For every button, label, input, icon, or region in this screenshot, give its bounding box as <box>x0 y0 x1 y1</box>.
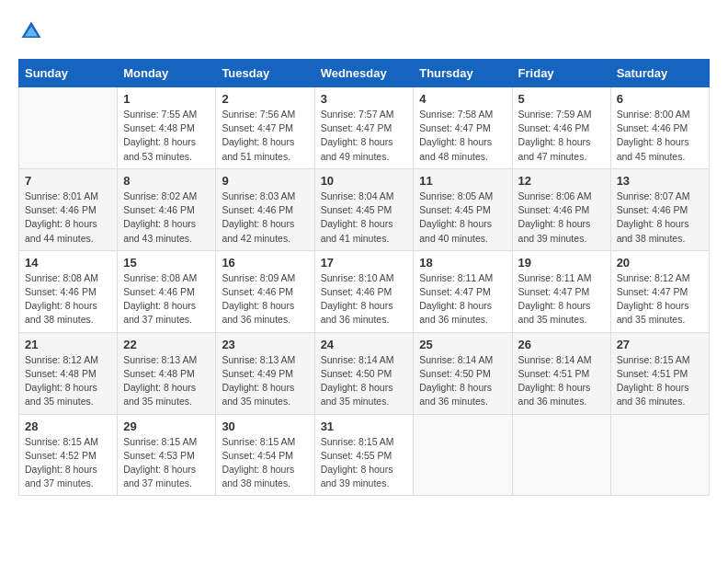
day-number: 24 <box>321 338 408 351</box>
day-number: 22 <box>123 338 210 351</box>
day-detail: Sunrise: 8:08 AM Sunset: 4:46 PM Dayligh… <box>25 271 111 327</box>
calendar-cell: 12Sunrise: 8:06 AM Sunset: 4:46 PM Dayli… <box>512 168 610 250</box>
day-header-wednesday: Wednesday <box>314 60 414 87</box>
day-detail: Sunrise: 8:15 AM Sunset: 4:51 PM Dayligh… <box>617 353 703 409</box>
calendar-header-row: SundayMondayTuesdayWednesdayThursdayFrid… <box>19 60 710 87</box>
calendar-cell: 3Sunrise: 7:57 AM Sunset: 4:47 PM Daylig… <box>314 87 414 169</box>
day-detail: Sunrise: 8:02 AM Sunset: 4:46 PM Dayligh… <box>123 190 210 246</box>
day-number: 16 <box>222 256 308 270</box>
day-number: 9 <box>222 174 308 188</box>
calendar-cell: 6Sunrise: 8:00 AM Sunset: 4:46 PM Daylig… <box>610 87 709 169</box>
day-number: 30 <box>222 419 308 433</box>
day-header-sunday: Sunday <box>19 60 118 87</box>
day-detail: Sunrise: 7:58 AM Sunset: 4:47 PM Dayligh… <box>419 108 506 164</box>
day-detail: Sunrise: 8:07 AM Sunset: 4:46 PM Dayligh… <box>617 190 703 246</box>
calendar-cell: 25Sunrise: 8:14 AM Sunset: 4:50 PM Dayli… <box>414 332 512 414</box>
calendar-cell: 28Sunrise: 8:15 AM Sunset: 4:52 PM Dayli… <box>19 414 118 496</box>
day-number: 8 <box>123 174 210 188</box>
day-detail: Sunrise: 8:05 AM Sunset: 4:45 PM Dayligh… <box>419 190 506 246</box>
day-number: 29 <box>123 419 210 433</box>
calendar-cell: 20Sunrise: 8:12 AM Sunset: 4:47 PM Dayli… <box>610 250 709 332</box>
calendar-cell <box>414 414 512 496</box>
day-number: 19 <box>518 256 605 270</box>
logo-icon <box>18 18 44 44</box>
day-number: 21 <box>25 338 111 351</box>
day-header-tuesday: Tuesday <box>216 60 314 87</box>
page-header <box>18 18 710 44</box>
day-detail: Sunrise: 8:09 AM Sunset: 4:46 PM Dayligh… <box>222 271 308 327</box>
day-number: 12 <box>518 174 605 188</box>
day-number: 26 <box>518 338 605 351</box>
day-number: 6 <box>617 92 703 106</box>
day-number: 18 <box>419 256 506 270</box>
day-number: 7 <box>25 174 111 188</box>
calendar-cell: 5Sunrise: 7:59 AM Sunset: 4:46 PM Daylig… <box>512 87 610 169</box>
calendar-cell: 11Sunrise: 8:05 AM Sunset: 4:45 PM Dayli… <box>414 168 512 250</box>
day-number: 1 <box>123 92 210 106</box>
day-number: 13 <box>617 174 703 188</box>
day-detail: Sunrise: 8:03 AM Sunset: 4:46 PM Dayligh… <box>222 190 308 246</box>
day-detail: Sunrise: 8:10 AM Sunset: 4:46 PM Dayligh… <box>321 271 408 327</box>
week-row-5: 28Sunrise: 8:15 AM Sunset: 4:52 PM Dayli… <box>19 414 710 496</box>
day-number: 5 <box>518 92 605 106</box>
day-number: 17 <box>321 256 408 270</box>
logo <box>18 18 48 44</box>
calendar-cell: 26Sunrise: 8:14 AM Sunset: 4:51 PM Dayli… <box>512 332 610 414</box>
day-detail: Sunrise: 8:13 AM Sunset: 4:49 PM Dayligh… <box>222 353 308 409</box>
day-detail: Sunrise: 8:04 AM Sunset: 4:45 PM Dayligh… <box>321 190 408 246</box>
calendar-body: 1Sunrise: 7:55 AM Sunset: 4:48 PM Daylig… <box>19 87 710 496</box>
calendar-cell: 2Sunrise: 7:56 AM Sunset: 4:47 PM Daylig… <box>216 87 314 169</box>
calendar-cell: 10Sunrise: 8:04 AM Sunset: 4:45 PM Dayli… <box>314 168 414 250</box>
day-number: 31 <box>321 419 408 433</box>
calendar-cell: 16Sunrise: 8:09 AM Sunset: 4:46 PM Dayli… <box>216 250 314 332</box>
calendar-cell: 21Sunrise: 8:12 AM Sunset: 4:48 PM Dayli… <box>19 332 118 414</box>
calendar-cell: 13Sunrise: 8:07 AM Sunset: 4:46 PM Dayli… <box>610 168 709 250</box>
day-detail: Sunrise: 8:00 AM Sunset: 4:46 PM Dayligh… <box>617 108 703 164</box>
day-detail: Sunrise: 8:15 AM Sunset: 4:54 PM Dayligh… <box>222 435 308 491</box>
calendar-cell: 4Sunrise: 7:58 AM Sunset: 4:47 PM Daylig… <box>414 87 512 169</box>
day-number: 25 <box>419 338 506 351</box>
calendar-cell: 27Sunrise: 8:15 AM Sunset: 4:51 PM Dayli… <box>610 332 709 414</box>
day-detail: Sunrise: 8:14 AM Sunset: 4:50 PM Dayligh… <box>419 353 506 409</box>
calendar-cell: 22Sunrise: 8:13 AM Sunset: 4:48 PM Dayli… <box>118 332 216 414</box>
day-number: 28 <box>25 419 111 433</box>
week-row-1: 1Sunrise: 7:55 AM Sunset: 4:48 PM Daylig… <box>19 87 710 169</box>
day-number: 4 <box>419 92 506 106</box>
day-number: 20 <box>617 256 703 270</box>
day-header-friday: Friday <box>512 60 610 87</box>
day-detail: Sunrise: 8:14 AM Sunset: 4:50 PM Dayligh… <box>321 353 408 409</box>
calendar-cell: 29Sunrise: 8:15 AM Sunset: 4:53 PM Dayli… <box>118 414 216 496</box>
day-detail: Sunrise: 8:08 AM Sunset: 4:46 PM Dayligh… <box>123 271 210 327</box>
day-number: 15 <box>123 256 210 270</box>
calendar-cell: 18Sunrise: 8:11 AM Sunset: 4:47 PM Dayli… <box>414 250 512 332</box>
calendar-cell: 31Sunrise: 8:15 AM Sunset: 4:55 PM Dayli… <box>314 414 414 496</box>
day-detail: Sunrise: 8:06 AM Sunset: 4:46 PM Dayligh… <box>518 190 605 246</box>
calendar-cell: 30Sunrise: 8:15 AM Sunset: 4:54 PM Dayli… <box>216 414 314 496</box>
day-number: 3 <box>321 92 408 106</box>
calendar-cell: 17Sunrise: 8:10 AM Sunset: 4:46 PM Dayli… <box>314 250 414 332</box>
calendar-cell <box>512 414 610 496</box>
day-header-saturday: Saturday <box>610 60 709 87</box>
day-detail: Sunrise: 7:56 AM Sunset: 4:47 PM Dayligh… <box>222 108 308 164</box>
week-row-3: 14Sunrise: 8:08 AM Sunset: 4:46 PM Dayli… <box>19 250 710 332</box>
day-number: 10 <box>321 174 408 188</box>
day-detail: Sunrise: 7:57 AM Sunset: 4:47 PM Dayligh… <box>321 108 408 164</box>
day-detail: Sunrise: 8:15 AM Sunset: 4:53 PM Dayligh… <box>123 435 210 491</box>
calendar-cell: 15Sunrise: 8:08 AM Sunset: 4:46 PM Dayli… <box>118 250 216 332</box>
day-header-monday: Monday <box>118 60 216 87</box>
calendar-cell <box>610 414 709 496</box>
day-detail: Sunrise: 8:15 AM Sunset: 4:55 PM Dayligh… <box>321 435 408 491</box>
day-detail: Sunrise: 7:55 AM Sunset: 4:48 PM Dayligh… <box>123 108 210 164</box>
week-row-2: 7Sunrise: 8:01 AM Sunset: 4:46 PM Daylig… <box>19 168 710 250</box>
day-header-thursday: Thursday <box>414 60 512 87</box>
calendar-cell: 14Sunrise: 8:08 AM Sunset: 4:46 PM Dayli… <box>19 250 118 332</box>
day-number: 2 <box>222 92 308 106</box>
calendar-cell: 23Sunrise: 8:13 AM Sunset: 4:49 PM Dayli… <box>216 332 314 414</box>
week-row-4: 21Sunrise: 8:12 AM Sunset: 4:48 PM Dayli… <box>19 332 710 414</box>
day-detail: Sunrise: 8:11 AM Sunset: 4:47 PM Dayligh… <box>518 271 605 327</box>
day-detail: Sunrise: 8:14 AM Sunset: 4:51 PM Dayligh… <box>518 353 605 409</box>
calendar-cell: 24Sunrise: 8:14 AM Sunset: 4:50 PM Dayli… <box>314 332 414 414</box>
calendar-cell: 8Sunrise: 8:02 AM Sunset: 4:46 PM Daylig… <box>118 168 216 250</box>
day-detail: Sunrise: 8:12 AM Sunset: 4:47 PM Dayligh… <box>617 271 703 327</box>
day-detail: Sunrise: 8:01 AM Sunset: 4:46 PM Dayligh… <box>25 190 111 246</box>
